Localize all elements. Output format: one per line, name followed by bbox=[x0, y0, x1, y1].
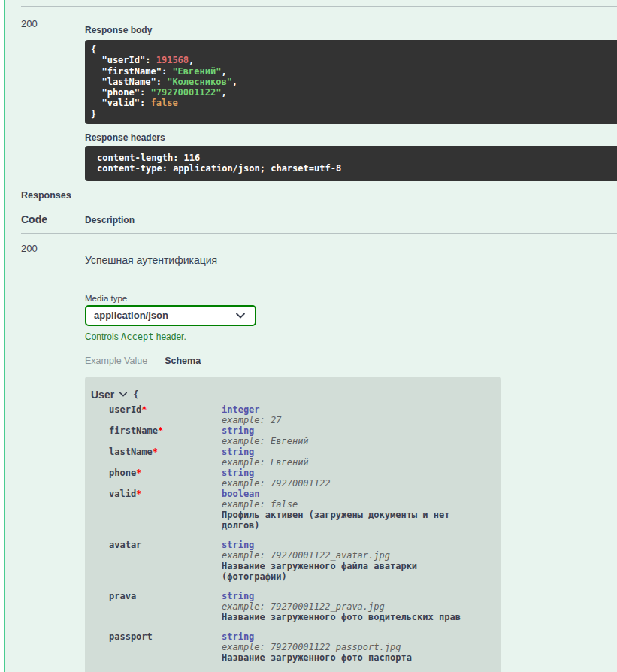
model-field-row: pravastringexample: 79270001122_prava.jp… bbox=[91, 591, 485, 622]
response-headers-label: Response headers bbox=[85, 132, 617, 143]
required-star: * bbox=[136, 468, 141, 478]
tab-schema[interactable]: Schema bbox=[156, 356, 201, 366]
code-column-header: Code bbox=[21, 213, 85, 226]
required-star: * bbox=[158, 425, 163, 436]
model-field-row: phone*stringexample: 79270001122 bbox=[91, 468, 485, 489]
model-fields: userId*integerexample: 27firstName*strin… bbox=[91, 404, 485, 663]
model-collapse-toggle[interactable] bbox=[119, 391, 128, 398]
model-field-row: avatarstringexample: 79270001122_avatar.… bbox=[91, 540, 485, 582]
model-title: User bbox=[91, 389, 114, 401]
field-description: Название загруженного фото водительских … bbox=[222, 612, 485, 622]
operation-block: 200 Response body { "userId": 191568, "f… bbox=[4, 0, 617, 672]
response-headers-code: content-length: 116content-type: applica… bbox=[85, 146, 617, 181]
field-example: example: 79270001122_avatar.jpg bbox=[222, 550, 485, 561]
required-star: * bbox=[153, 446, 158, 457]
required-star: * bbox=[136, 489, 141, 499]
tab-example-value[interactable]: Example Value bbox=[85, 356, 147, 366]
media-type-select[interactable]: application/json bbox=[85, 305, 256, 326]
model-open-brace: { bbox=[133, 389, 138, 400]
response-doc-row: 200 Успешная аутентификация Media type a… bbox=[21, 234, 617, 672]
field-type: string bbox=[222, 446, 485, 457]
responses-section-title: Responses bbox=[21, 190, 617, 201]
live-response-row: 200 Response body { "userId": 191568, "f… bbox=[21, 7, 617, 181]
model-field-row: lastName*stringexample: Евгений bbox=[91, 446, 485, 468]
field-example: example: 79270001122_prava.jpg bbox=[222, 601, 485, 612]
field-name: userId* bbox=[91, 404, 222, 425]
field-description: Название загруженного фото паспорта bbox=[222, 652, 485, 663]
field-example: example: 27 bbox=[222, 415, 485, 425]
response-body-label: Response body bbox=[85, 25, 617, 35]
field-name: phone* bbox=[91, 468, 222, 489]
model-field-row: firstName*stringexample: Евгений bbox=[91, 425, 485, 446]
field-description: Название загруженного файла аватарки (фо… bbox=[222, 561, 485, 582]
response-description: Успешная аутентификация bbox=[85, 254, 617, 266]
field-name: firstName* bbox=[91, 425, 222, 446]
description-column-header: Description bbox=[85, 215, 617, 226]
field-name: prava bbox=[91, 591, 222, 622]
field-type: integer bbox=[222, 404, 485, 415]
model-example-tabs: Example ValueSchema bbox=[85, 356, 617, 366]
live-response-status-code: 200 bbox=[21, 18, 85, 29]
field-example: example: Евгений bbox=[222, 457, 485, 468]
field-example: example: 79270001122 bbox=[222, 478, 485, 489]
field-type: string bbox=[222, 631, 485, 642]
accept-header-code: Accept bbox=[121, 331, 153, 342]
model-field-row: valid*booleanexample: falseПрофиль актив… bbox=[91, 489, 485, 531]
field-type: boolean bbox=[222, 489, 485, 499]
response-doc-status-code: 200 bbox=[21, 243, 85, 254]
field-name: avatar bbox=[91, 540, 222, 582]
response-body-code: { "userId": 191568, "firstName": "Евгени… bbox=[85, 40, 617, 124]
model-field-row: passportstringexample: 79270001122_passp… bbox=[91, 631, 485, 663]
field-example: example: false bbox=[222, 499, 485, 510]
field-type: string bbox=[222, 591, 485, 601]
field-type: string bbox=[222, 540, 485, 550]
field-name: passport bbox=[91, 631, 222, 663]
field-name: valid* bbox=[91, 489, 222, 531]
controls-accept-note: Controls Accept header. bbox=[85, 331, 617, 342]
media-type-label: Media type bbox=[85, 294, 617, 303]
field-name: lastName* bbox=[91, 446, 222, 468]
field-example: example: Евгений bbox=[222, 436, 485, 446]
field-description: Профиль активен (загружены документы и н… bbox=[222, 510, 485, 531]
model-field-row: userId*integerexample: 27 bbox=[91, 404, 485, 425]
field-type: string bbox=[222, 468, 485, 478]
responses-table-head: Code Description bbox=[21, 213, 617, 226]
field-example: example: 79270001122_passport.jpg bbox=[222, 642, 485, 652]
media-type-selected-value: application/json bbox=[94, 310, 168, 321]
required-star: * bbox=[141, 404, 147, 415]
field-type: string bbox=[222, 425, 485, 436]
model-box: User { userId*integerexample: 27firstNam… bbox=[85, 377, 501, 672]
chevron-down-icon bbox=[235, 312, 246, 319]
